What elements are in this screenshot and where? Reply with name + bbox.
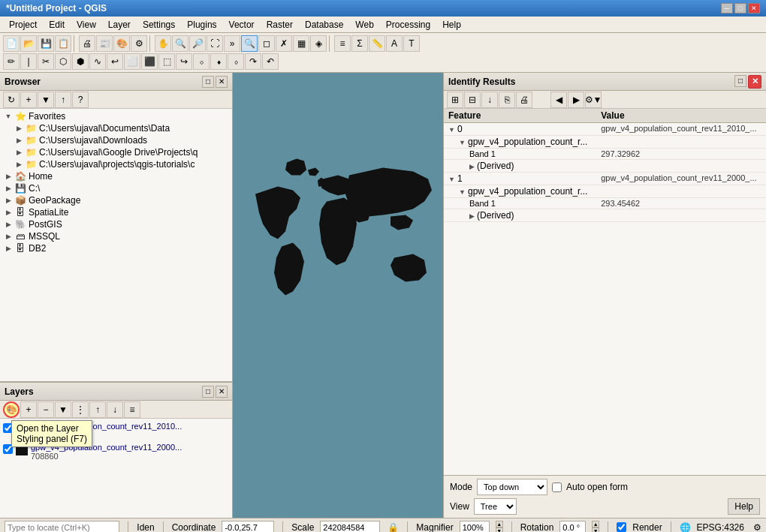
menu-processing[interactable]: Processing — [380, 18, 436, 32]
layers-close-button[interactable]: ✕ — [216, 386, 228, 398]
open-layer-styling-button[interactable]: 🎨 — [3, 401, 20, 418]
zoom-in-button[interactable]: 🔍 — [172, 35, 188, 52]
geopackage-tree-item[interactable]: ▶ 📦 GeoPackage — [0, 194, 232, 206]
menu-layer[interactable]: Layer — [102, 18, 137, 32]
id-expand-all-button[interactable]: ⊞ — [447, 92, 463, 108]
digitize-10[interactable]: ⬚ — [158, 53, 175, 70]
pan-button[interactable]: ✋ — [155, 35, 171, 52]
menu-view[interactable]: View — [71, 18, 102, 32]
save-as-button[interactable]: 📋 — [55, 35, 71, 52]
id-copy-button[interactable]: ⎘ — [499, 92, 515, 108]
processing-button[interactable]: ⚙ — [131, 35, 147, 52]
compose-button[interactable]: 📰 — [96, 35, 113, 52]
new-project-button[interactable]: 📄 — [3, 35, 20, 52]
browser-help-button[interactable]: ? — [72, 92, 89, 108]
mssql-tree-item[interactable]: ▶ 🗃 MSSQL — [0, 230, 232, 242]
id-expand-new-button[interactable]: ↓ — [481, 92, 498, 108]
id-settings-button[interactable]: ⚙▼ — [585, 92, 602, 108]
id-view-select[interactable]: Tree Table — [474, 498, 517, 515]
digitize-7[interactable]: ↩ — [107, 53, 123, 70]
fav-item-0[interactable]: ▶ 📁 C:\Users\ujaval\Documents\Data — [11, 122, 232, 134]
menu-settings[interactable]: Settings — [137, 18, 181, 32]
more-nav-button[interactable]: » — [224, 35, 240, 52]
home-tree-item[interactable]: ▶ 🏠 Home — [0, 170, 232, 182]
open-attr-table-button[interactable]: ≡ — [334, 35, 351, 52]
magnifier-down-button[interactable]: ▼ — [496, 527, 503, 533]
id-feature-1-layer-expand[interactable]: ▼ — [459, 188, 466, 196]
menu-web[interactable]: Web — [349, 18, 379, 32]
coordinate-input[interactable] — [222, 521, 274, 533]
id-feature-1-layer-row[interactable]: ▼ gpw_v4_population_count_r... — [444, 185, 766, 198]
magnifier-up-button[interactable]: ▲ — [496, 521, 503, 527]
render-checkbox[interactable] — [617, 522, 626, 532]
menu-project[interactable]: Project — [3, 18, 43, 32]
id-feature-1-expand[interactable]: ▼ — [448, 176, 455, 183]
digitize-4[interactable]: ⬡ — [55, 53, 71, 70]
digitize-11[interactable]: ↪ — [176, 53, 192, 70]
id-mode-select[interactable]: Top down Current layer Selection — [477, 479, 547, 495]
digitize-14[interactable]: ⬨ — [228, 53, 244, 70]
zoom-full-button[interactable]: ⛶ — [207, 35, 223, 52]
locate-search-input[interactable] — [5, 521, 119, 533]
digitize-2[interactable]: | — [20, 53, 37, 70]
scale-input[interactable] — [320, 521, 380, 533]
remove-layer-button[interactable]: − — [38, 401, 54, 418]
browser-refresh-button[interactable]: ↻ — [3, 92, 20, 108]
map-area[interactable] — [233, 73, 443, 518]
label-button[interactable]: A — [386, 35, 403, 52]
open-project-button[interactable]: 📂 — [20, 35, 37, 52]
menu-vector[interactable]: Vector — [223, 18, 261, 32]
menu-help[interactable]: Help — [436, 18, 467, 32]
id-next-button[interactable]: ▶ — [568, 92, 584, 108]
id-collapse-all-button[interactable]: ⊟ — [464, 92, 481, 108]
minimize-button[interactable]: ─ — [721, 3, 733, 14]
rotation-up-button[interactable]: ▲ — [592, 521, 599, 527]
browser-close-button[interactable]: ✕ — [216, 76, 228, 88]
style-manager-button[interactable]: 🎨 — [113, 35, 130, 52]
digitize-15[interactable]: ↷ — [245, 53, 261, 70]
statistics-button[interactable]: Σ — [351, 35, 368, 52]
menu-raster[interactable]: Raster — [261, 18, 299, 32]
menu-plugins[interactable]: Plugins — [181, 18, 222, 32]
select-all-button[interactable]: ▦ — [293, 35, 309, 52]
browser-float-button[interactable]: □ — [202, 76, 214, 88]
digitize-16[interactable]: ↶ — [262, 53, 279, 70]
move-layer-up-button[interactable]: ↑ — [89, 401, 106, 418]
close-window-button[interactable]: ✕ — [748, 3, 760, 14]
magnifier-input[interactable] — [460, 521, 490, 533]
id-auto-open-checkbox[interactable] — [552, 482, 562, 492]
identify-float-button[interactable]: □ — [734, 75, 746, 87]
id-feature-0-layer-row[interactable]: ▼ gpw_v4_population_count_r... — [444, 136, 766, 149]
filter-layer-button[interactable]: ▼ — [55, 401, 71, 418]
id-print-button[interactable]: 🖨 — [516, 92, 532, 108]
browser-add-button[interactable]: + — [20, 92, 37, 108]
menu-edit[interactable]: Edit — [43, 18, 71, 32]
layers-float-button[interactable]: □ — [202, 386, 214, 398]
id-help-button[interactable]: Help — [728, 498, 760, 515]
digitize-8[interactable]: ⬜ — [124, 53, 140, 70]
id-feature-0-layer-expand[interactable]: ▼ — [459, 139, 466, 146]
measure-button[interactable]: 📏 — [369, 35, 385, 52]
browser-content[interactable]: ▼ ⭐ Favorites ▶ 📁 C:\Users\ujaval\Docume… — [0, 109, 232, 381]
rotation-input[interactable] — [559, 521, 586, 533]
menu-database[interactable]: Database — [299, 18, 349, 32]
id-feature-1-derived-row[interactable]: ▶ (Derived) — [444, 209, 766, 222]
id-feature-0-expand[interactable]: ▼ — [448, 126, 455, 134]
id-feature-0-derived-row[interactable]: ▶ (Derived) — [444, 160, 766, 173]
fav-item-3[interactable]: ▶ 📁 C:\Users\ujaval\projects\qgis-tutori… — [11, 158, 232, 170]
zoom-out-button[interactable]: 🔎 — [189, 35, 206, 52]
digitize-13[interactable]: ⬧ — [210, 53, 227, 70]
digitize-6[interactable]: ∿ — [89, 53, 106, 70]
id-feature-1-derived-expand[interactable]: ▶ — [469, 212, 475, 220]
id-feature-0-derived-expand[interactable]: ▶ — [469, 163, 475, 170]
fav-item-1[interactable]: ▶ 📁 C:\Users\ujaval\Downloads — [11, 134, 232, 146]
id-prev-button[interactable]: ◀ — [550, 92, 567, 108]
annotation-button[interactable]: T — [403, 35, 420, 52]
c-drive-tree-item[interactable]: ▶ 💾 C:\ — [0, 182, 232, 194]
save-project-button[interactable]: 💾 — [38, 35, 54, 52]
rotation-down-button[interactable]: ▼ — [592, 527, 599, 533]
postgis-tree-item[interactable]: ▶ 🐘 PostGIS — [0, 218, 232, 230]
digitize-5[interactable]: ⬢ — [72, 53, 89, 70]
identify-button[interactable]: 🔍 — [241, 35, 258, 52]
add-layer-button[interactable]: + — [20, 401, 37, 418]
